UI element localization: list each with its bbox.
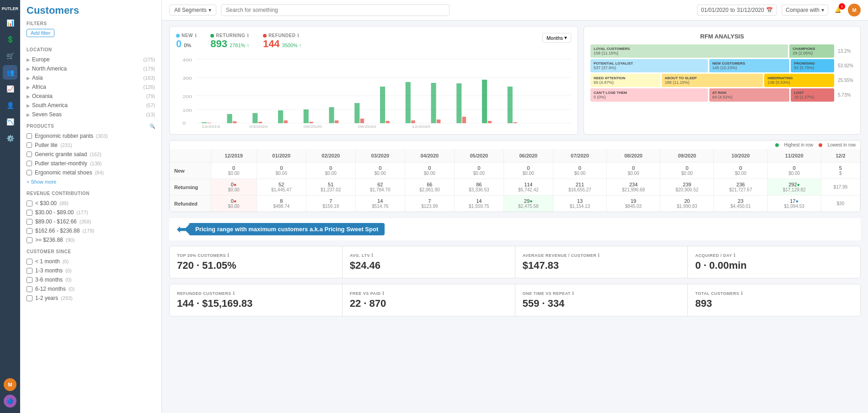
- add-filter-button[interactable]: Add filter: [27, 29, 54, 37]
- table-cell: $30: [821, 196, 860, 212]
- stat-info-icon[interactable]: ℹ: [382, 291, 385, 296]
- stat-info-icon[interactable]: ℹ: [227, 253, 230, 258]
- rfm-cell[interactable]: HIBERNATING138 (9.53%): [764, 74, 834, 87]
- revenue-checkbox[interactable]: [27, 237, 32, 243]
- rfm-cell[interactable]: CHAMPIONS29 (2.05%): [789, 44, 834, 58]
- arrow-tooltip-row: ⬅ Pricing range with maximum customers a…: [169, 217, 861, 240]
- bar-chart-svg: 400 300 200 100 0: [176, 54, 571, 128]
- table-cell: 234$21,996.68: [607, 179, 660, 196]
- product-list: Ergonomic rubber pants(303)Putler lite(2…: [27, 131, 155, 177]
- table-cell: 211$16,655.27: [553, 179, 606, 196]
- new-info-icon[interactable]: ℹ: [195, 33, 197, 38]
- customer-since-checkbox[interactable]: [27, 268, 32, 274]
- compare-button[interactable]: Compare with ▾: [782, 5, 828, 16]
- table-header-cell: 08/2020: [607, 149, 660, 163]
- product-checkbox[interactable]: [27, 142, 32, 148]
- stat-info-icon[interactable]: ℹ: [598, 253, 600, 258]
- sidebar-icon-customers[interactable]: 👥: [3, 65, 17, 80]
- sidebar-icon-forecasts[interactable]: 📉: [3, 114, 17, 129]
- chart-panel: NEW ℹ 0 0% RETURNING: [169, 26, 578, 135]
- table-header-cell: 11/2020: [767, 149, 821, 163]
- table-row: New0$0.000$0.000$0.000$0.000$0.000$0.000…: [170, 163, 860, 179]
- stat-info-icon[interactable]: ℹ: [371, 253, 374, 258]
- customer-since-checkbox[interactable]: [27, 277, 32, 283]
- location-item[interactable]: ▶Europe(275): [27, 55, 155, 64]
- calendar-icon: 📅: [766, 7, 773, 13]
- months-dropdown[interactable]: Months ▾: [542, 33, 571, 43]
- rfm-cell[interactable]: NEW CUSTOMERS145 (10.23%): [709, 59, 790, 72]
- table-cell: 0$0.00: [355, 163, 405, 179]
- notification-bell[interactable]: 🔔 5: [833, 5, 843, 15]
- revenue-checkbox[interactable]: [27, 219, 32, 225]
- svg-text:100: 100: [182, 108, 192, 113]
- customer-since-checkbox[interactable]: [27, 286, 32, 292]
- location-item[interactable]: ▶North America(179): [27, 64, 155, 73]
- rfm-cell[interactable]: NEED ATTENTION69 (4.87%): [590, 74, 660, 87]
- revenue-list: < $30.00(89)$30.00 - $89.00(177)$89.00 -…: [27, 199, 155, 245]
- avatar-user[interactable]: M: [4, 378, 16, 391]
- sidebar-icon-revenue[interactable]: 💲: [3, 32, 17, 47]
- chart-header: NEW ℹ 0 0% RETURNING: [176, 33, 571, 50]
- rfm-cell[interactable]: POTENTIAL LOYALIST537 (37.9%): [590, 59, 708, 72]
- revenue-checkbox[interactable]: [27, 210, 32, 216]
- sidebar-icon-dashboard[interactable]: 📊: [3, 16, 17, 30]
- location-item[interactable]: ▶South America(57): [27, 101, 155, 110]
- rfm-cell[interactable]: LOYAL CUSTOMERS158 (11.15%): [590, 44, 788, 58]
- new-dot: [176, 34, 180, 38]
- customer-since-checkbox[interactable]: [27, 259, 32, 265]
- table-cell: 14$1,559.75: [454, 196, 504, 212]
- customer-since-item: 1-3 months(0): [27, 266, 155, 275]
- rfm-cell[interactable]: AT RISK64 (4.52%): [709, 88, 790, 102]
- revenue-checkbox[interactable]: [27, 228, 32, 234]
- rfm-cell[interactable]: PROMISING82 (5.79%): [791, 59, 834, 72]
- user-avatar[interactable]: M: [848, 4, 861, 16]
- product-checkbox[interactable]: [27, 152, 32, 157]
- stat-info-icon[interactable]: ℹ: [572, 291, 574, 296]
- legend-row: Highest in row Lowest in row: [170, 141, 860, 149]
- product-checkbox[interactable]: [27, 161, 32, 166]
- location-item[interactable]: ▶Asia(163): [27, 73, 155, 82]
- returning-info-icon[interactable]: ℹ: [247, 33, 249, 38]
- table-cell: 0●$0.00: [211, 179, 257, 196]
- location-item[interactable]: ▶Seven Seas(13): [27, 110, 155, 119]
- table-cell: 17●$1,094.53: [767, 196, 821, 212]
- date-range-picker[interactable]: 01/01/2020 to 31/12/2020 📅: [697, 5, 777, 16]
- customer-since-checkbox[interactable]: [27, 295, 32, 301]
- revenue-checkbox[interactable]: [27, 201, 32, 206]
- table-header-cell: [170, 149, 211, 163]
- rfm-cell[interactable]: CAN'T LOSE THEM0 (0%): [590, 88, 708, 102]
- location-item[interactable]: ▶Africa(126): [27, 82, 155, 92]
- stat-info-icon[interactable]: ℹ: [734, 253, 736, 258]
- svg-rect-21: [335, 120, 338, 123]
- product-item: Putler lite(231): [27, 141, 155, 150]
- stat-info-icon[interactable]: ℹ: [233, 291, 235, 296]
- show-more-button[interactable]: + Show more: [27, 177, 155, 186]
- product-checkbox[interactable]: [27, 133, 32, 139]
- table-header-cell: 12/2: [821, 149, 860, 163]
- stat-cell: ONE TIME VS REPEAT ℹ559 · 334: [515, 284, 688, 316]
- rfm-cell[interactable]: ABOUT TO SLEEP188 (11.15%): [662, 74, 763, 87]
- segment-selector[interactable]: All Segments ▾: [169, 5, 216, 16]
- stat-info-icon[interactable]: ℹ: [741, 291, 743, 296]
- filters-label: FILTERS: [27, 21, 155, 26]
- product-search-icon[interactable]: 🔍: [150, 124, 155, 129]
- rfm-cell[interactable]: LOST18 (1.27%): [791, 88, 834, 102]
- svg-rect-25: [386, 121, 389, 123]
- search-input[interactable]: [221, 4, 450, 16]
- product-checkbox[interactable]: [27, 170, 32, 175]
- sidebar-icon-settings[interactable]: ⚙️: [3, 131, 17, 146]
- table-cell: 8$488.74: [257, 196, 306, 212]
- sidebar-icon-orders[interactable]: 🛒: [3, 49, 17, 63]
- table-cell: 0$0.00: [257, 163, 306, 179]
- bar-chart-area: 400 300 200 100 0: [176, 54, 571, 128]
- location-item[interactable]: ▶Oceania(79): [27, 92, 155, 101]
- table-header-cell: 07/2020: [553, 149, 606, 163]
- rfm-panel: RFM ANALYSIS LOYAL CUSTOMERS158 (11.15%)…: [584, 26, 861, 135]
- refunded-info-icon[interactable]: ℹ: [297, 33, 300, 38]
- avatar-secondary[interactable]: 🔵: [4, 395, 16, 408]
- sidebar-icon-affiliates[interactable]: 👤: [3, 98, 17, 113]
- table-cell: 0$0.00: [714, 163, 767, 179]
- table-cell: 114$5,742.42: [504, 179, 553, 196]
- table-cell: 20$1,990.83: [660, 196, 714, 212]
- sidebar-icon-products[interactable]: 📈: [3, 82, 17, 96]
